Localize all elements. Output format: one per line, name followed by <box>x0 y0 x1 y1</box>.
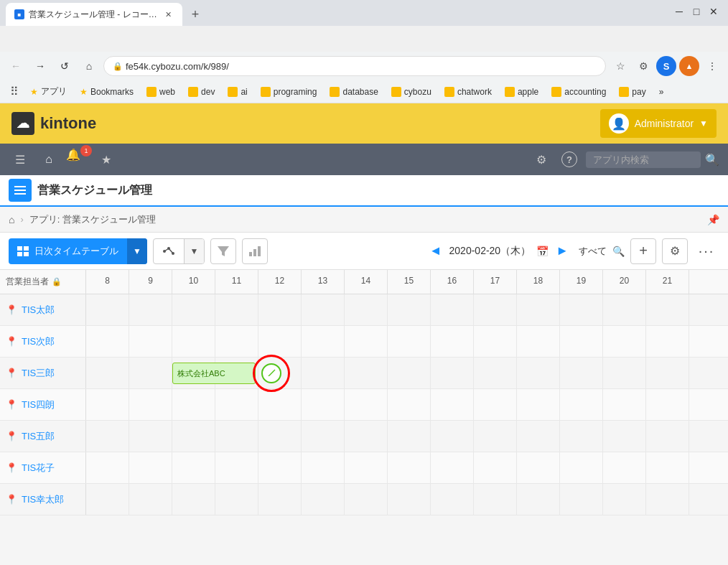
time-slot[interactable] <box>86 484 129 515</box>
next-date-button[interactable]: ► <box>554 243 570 258</box>
time-slot[interactable] <box>474 326 517 357</box>
time-slot[interactable] <box>560 421 603 452</box>
time-slot[interactable] <box>86 294 129 325</box>
bookmark-dev[interactable]: dev <box>182 84 220 100</box>
tab-close-btn[interactable]: ✕ <box>162 9 174 20</box>
bookmark-programing[interactable]: programing <box>255 84 323 100</box>
time-slot[interactable] <box>129 452 172 483</box>
time-slot[interactable] <box>474 421 517 452</box>
time-slot[interactable] <box>129 358 172 388</box>
time-slot[interactable] <box>388 294 431 325</box>
time-slot[interactable] <box>129 389 172 420</box>
navbar-star-icon[interactable]: ★ <box>95 148 118 171</box>
minimize-button[interactable]: ─ <box>673 6 685 17</box>
time-slot[interactable] <box>517 389 560 420</box>
time-slot[interactable] <box>129 484 172 515</box>
time-slot[interactable] <box>215 452 258 483</box>
active-tab[interactable]: ■ 営業スケジュール管理 - レコードの一覧 ✕ <box>6 3 182 26</box>
time-slot[interactable] <box>215 421 258 452</box>
time-slot[interactable] <box>603 358 646 388</box>
time-slot[interactable] <box>603 484 646 515</box>
view-dropdown-arrow[interactable]: ▼ <box>127 238 147 264</box>
profile-avatar-s[interactable]: S <box>656 56 676 76</box>
time-slot[interactable] <box>302 358 345 388</box>
time-slot[interactable] <box>560 484 603 515</box>
time-slot[interactable] <box>215 294 258 325</box>
bookmark-ai[interactable]: ai <box>222 84 253 100</box>
bookmark-accounting[interactable]: accounting <box>546 84 612 100</box>
time-slot[interactable] <box>258 294 302 325</box>
back-button[interactable]: ← <box>6 56 26 76</box>
time-slot[interactable] <box>302 484 345 515</box>
close-button[interactable]: ✕ <box>708 6 719 17</box>
time-slot[interactable] <box>172 326 215 357</box>
reload-button[interactable]: ↺ <box>55 56 75 76</box>
time-slot[interactable] <box>172 452 215 483</box>
time-slot[interactable] <box>646 389 689 420</box>
grid-settings-button[interactable]: ⚙ <box>662 238 688 264</box>
time-slot[interactable] <box>302 421 345 452</box>
more-options-button[interactable]: ··· <box>694 238 719 264</box>
time-slot[interactable] <box>474 389 517 420</box>
time-slot[interactable] <box>86 452 129 483</box>
time-slot[interactable] <box>258 421 302 452</box>
bookmark-bookmarks[interactable]: ★ Bookmarks <box>74 84 139 100</box>
time-slot[interactable] <box>517 294 560 325</box>
filter-button[interactable] <box>210 238 236 264</box>
navbar-menu-icon[interactable]: ☰ <box>9 148 32 171</box>
time-slot[interactable] <box>431 358 474 388</box>
chart-button[interactable] <box>242 238 268 264</box>
star-button[interactable]: ☆ <box>610 56 630 76</box>
time-slot[interactable] <box>388 484 431 515</box>
time-slot[interactable] <box>258 389 302 420</box>
forward-button[interactable]: → <box>30 56 50 76</box>
time-slot[interactable] <box>646 421 689 452</box>
breadcrumb-home-icon[interactable]: ⌂ <box>9 214 14 225</box>
time-slot[interactable] <box>560 452 603 483</box>
time-slot[interactable] <box>345 484 388 515</box>
time-slot[interactable] <box>646 452 689 483</box>
view-main[interactable]: 日次タイムテーブル <box>9 245 127 258</box>
time-slot[interactable] <box>129 421 172 452</box>
bookmark-pay[interactable]: pay <box>613 84 651 100</box>
time-slot[interactable] <box>215 326 258 357</box>
time-slot[interactable] <box>86 389 129 420</box>
time-slot[interactable] <box>388 421 431 452</box>
time-slot[interactable] <box>215 484 258 515</box>
navbar-search-input[interactable] <box>586 151 701 168</box>
time-slot[interactable] <box>560 326 603 357</box>
bookmark-cybozu[interactable]: cybozu <box>386 84 437 100</box>
graph-dropdown-arrow[interactable]: ▼ <box>184 239 204 263</box>
time-slot[interactable] <box>388 452 431 483</box>
time-slot[interactable] <box>388 326 431 357</box>
time-slot[interactable] <box>603 421 646 452</box>
new-tab-button[interactable]: + <box>185 4 205 24</box>
navbar-settings-icon[interactable]: ⚙ <box>530 148 553 171</box>
bookmark-chatwork[interactable]: chatwork <box>439 84 498 100</box>
time-slot[interactable] <box>172 294 215 325</box>
graph-selector[interactable]: ▼ <box>153 238 205 264</box>
bookmark-more[interactable]: » <box>653 84 670 100</box>
prev-date-button[interactable]: ◄ <box>428 243 444 258</box>
navbar-help-icon[interactable]: ? <box>561 151 577 167</box>
time-slot[interactable] <box>86 358 129 388</box>
time-slot[interactable] <box>474 294 517 325</box>
time-slot[interactable] <box>431 326 474 357</box>
navbar-notification-icon[interactable]: 🔔 1 <box>66 148 89 171</box>
add-record-button[interactable]: + <box>630 238 656 264</box>
time-slot[interactable] <box>431 389 474 420</box>
time-slot[interactable] <box>86 421 129 452</box>
time-slot[interactable] <box>474 484 517 515</box>
time-slot[interactable] <box>86 326 129 357</box>
time-slot[interactable] <box>517 452 560 483</box>
bookmark-apple[interactable]: apple <box>499 84 544 100</box>
time-slot[interactable] <box>388 358 431 388</box>
graph-main[interactable] <box>154 246 184 257</box>
time-slot[interactable] <box>388 389 431 420</box>
bookmark-apps[interactable]: ★ アプリ <box>24 83 73 101</box>
filter-search-icon[interactable]: 🔍 <box>612 246 625 257</box>
time-slot[interactable] <box>129 294 172 325</box>
time-slot[interactable] <box>646 294 689 325</box>
time-slot[interactable] <box>302 294 345 325</box>
user-area[interactable]: 👤 Administrator ▼ <box>600 109 717 138</box>
